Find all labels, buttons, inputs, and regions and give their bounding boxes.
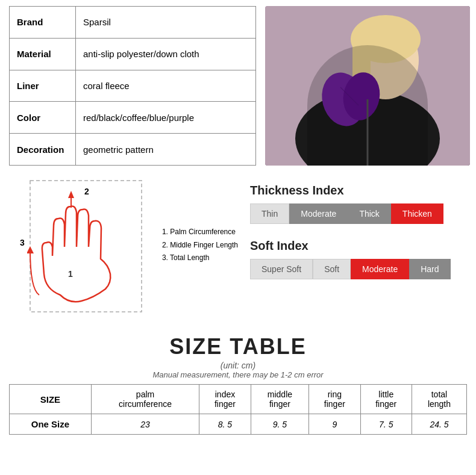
svg-point-6	[340, 69, 384, 123]
spec-value: Sparsil	[76, 7, 256, 39]
soft-index-title: Soft Index	[250, 239, 467, 253]
diagram-label-2: 2. Middle Finger Length	[162, 239, 238, 252]
svg-marker-12	[68, 191, 74, 198]
svg-point-1	[295, 90, 440, 166]
svg-rect-4	[352, 39, 371, 93]
spec-table: BrandSparsilMaterialanti-slip polyester/…	[9, 6, 256, 166]
spec-row: BrandSparsil	[10, 7, 256, 39]
spec-row: Linercoral fleece	[10, 70, 256, 102]
size-value-cell: 9. 5	[251, 414, 308, 435]
size-unit: (unit: cm)	[9, 361, 467, 370]
diagram-labels: 1. Palm Circumference 2. Middle Finger L…	[162, 226, 238, 265]
soft-btn[interactable]: Super Soft	[250, 259, 313, 279]
diagram-label-3: 3. Total Length	[162, 252, 238, 265]
spec-label: Decoration	[10, 134, 76, 166]
svg-line-7	[334, 90, 352, 108]
thickness-btn[interactable]: Thin	[250, 203, 289, 224]
size-col-header: SIZE	[10, 385, 92, 414]
index-area: Thickness Index ThinModerateThickThicken…	[250, 178, 467, 294]
size-value-cell: 24. 5	[412, 414, 466, 435]
soft-btn[interactable]: Soft	[313, 259, 351, 279]
soft-btn[interactable]: Moderate	[351, 259, 409, 279]
size-value-cell: 9	[309, 414, 360, 435]
spec-label: Brand	[10, 7, 76, 39]
spec-row: Decorationgeometric pattern	[10, 134, 256, 166]
product-image-svg	[265, 6, 470, 166]
spec-value: anti-slip polyester/down cloth	[76, 38, 256, 70]
size-value-cell: 23	[91, 414, 199, 435]
svg-point-5	[316, 67, 371, 131]
svg-text:1: 1	[68, 269, 73, 279]
size-value-cell: 7. 5	[360, 414, 412, 435]
size-col-header: middlefinger	[251, 385, 308, 414]
spec-value: geometric pattern	[76, 134, 256, 166]
spec-row: Materialanti-slip polyester/down cloth	[10, 38, 256, 70]
spec-label: Material	[10, 38, 76, 70]
thickness-btn[interactable]: Thicken	[391, 203, 443, 224]
svg-rect-10	[30, 181, 142, 312]
product-image	[265, 6, 470, 166]
size-section: SIZE TABLE (unit: cm) Manual measurement…	[0, 328, 476, 441]
size-col-header: totallength	[412, 385, 466, 414]
soft-buttons: Super SoftSoftModerateHard	[250, 259, 467, 279]
thickness-index-title: Thickness Index	[250, 184, 467, 197]
middle-section: 2 3 1 1. Palm Circumference	[0, 172, 476, 328]
size-value-cell: 8. 5	[199, 414, 251, 435]
size-col-header: littlefinger	[360, 385, 412, 414]
size-col-header: ringfinger	[309, 385, 360, 414]
size-table: SIZEpalmcircumferenceindexfingermiddlefi…	[9, 384, 467, 435]
size-note: Manual measurement, there may be 1-2 cm …	[9, 370, 467, 379]
number-3-label: 3	[20, 238, 25, 247]
svg-line-8	[340, 87, 359, 105]
spec-row: Colorred/black/coffee/blue/purple	[10, 102, 256, 134]
size-table-title: SIZE TABLE	[9, 334, 467, 359]
spec-value: coral fleece	[76, 70, 256, 102]
thickness-btn[interactable]: Moderate	[289, 203, 348, 224]
spec-value: red/black/coffee/blue/purple	[76, 102, 256, 134]
thickness-buttons: ThinModerateThickThicken	[250, 203, 467, 224]
thickness-btn[interactable]: Thick	[348, 203, 390, 224]
spec-label: Liner	[10, 70, 76, 102]
size-col-header: indexfinger	[199, 385, 251, 414]
diagram-label-1: 1. Palm Circumference	[162, 226, 238, 239]
product-image-placeholder	[265, 6, 470, 166]
size-cell: One Size	[10, 414, 92, 435]
diagram-area: 2 3 1 1. Palm Circumference	[9, 178, 238, 322]
size-row: One Size238. 59. 597. 524. 5	[10, 414, 467, 435]
top-section: BrandSparsilMaterialanti-slip polyester/…	[0, 0, 476, 172]
spec-label: Color	[10, 102, 76, 134]
size-col-header: palmcircumference	[91, 385, 199, 414]
soft-btn[interactable]: Hard	[409, 259, 450, 279]
